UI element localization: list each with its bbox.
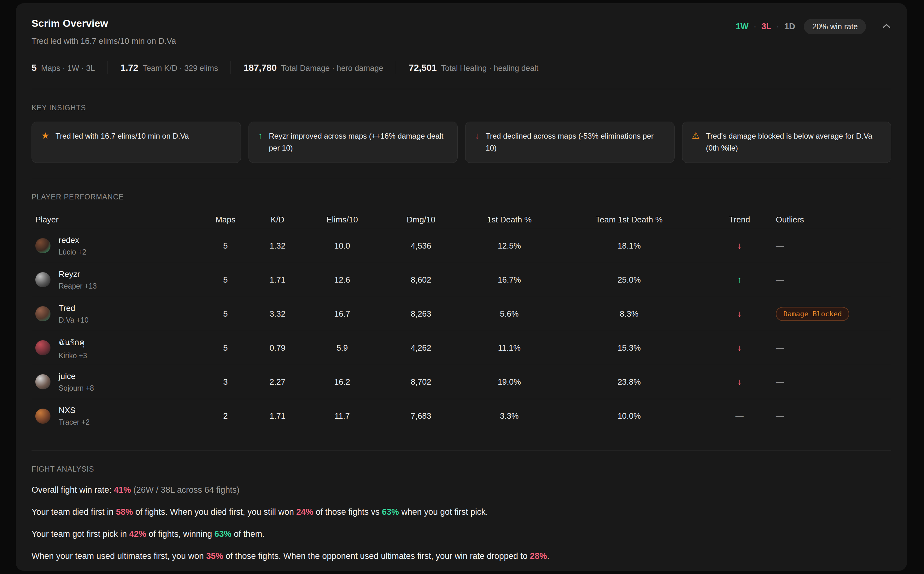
column-header: Team 1st Death % <box>555 215 703 225</box>
column-header: Dmg/10 <box>378 215 464 225</box>
trend-cell: — <box>703 411 776 421</box>
divider <box>32 89 891 89</box>
team-first-death-cell: 10.0% <box>555 411 703 421</box>
outlier-none-dash: — <box>776 377 784 386</box>
avatar <box>35 306 51 321</box>
kd-cell: 1.71 <box>249 275 306 285</box>
scrim-overview-panel: Scrim Overview Tred led with 16.7 elims/… <box>16 3 907 571</box>
elims-cell: 5.9 <box>306 343 378 353</box>
first-death-cell: 19.0% <box>464 377 555 387</box>
elims-cell: 16.2 <box>306 377 378 387</box>
elims-cell: 16.7 <box>306 309 378 319</box>
first-death-cell: 11.1% <box>464 343 555 353</box>
summary-stats-row: 5Maps · 1W · 3L1.72Team K/D · 329 elims1… <box>32 61 891 74</box>
page-title: Scrim Overview <box>32 17 176 29</box>
table-row[interactable]: TredD.Va +1053.3216.78,2635.6%8.3%↓Damag… <box>32 297 891 331</box>
table-row[interactable]: NXSTracer +221.7111.77,6833.3%10.0%—— <box>32 399 891 433</box>
analysis-text-segment: (26W / 38L across 64 fights) <box>131 485 239 495</box>
column-header: Outliers <box>776 215 891 225</box>
player-name-block: TredD.Va +10 <box>59 303 89 325</box>
fight-analysis-line: Overall fight win rate: 41% (26W / 38L a… <box>32 484 891 495</box>
player-heroes: Kiriko +3 <box>59 352 87 360</box>
trend-down-icon: ↓ <box>737 309 742 319</box>
player-heroes: Tracer +2 <box>59 418 90 427</box>
table-row[interactable]: redexLúcio +251.3210.04,53612.5%18.1%↓— <box>32 229 891 263</box>
team-first-death-cell: 8.3% <box>555 309 703 319</box>
record-draws: 1D <box>784 22 795 32</box>
chevron-up-icon <box>882 23 891 30</box>
player-name-block: juiceSojourn +8 <box>59 371 94 393</box>
outlier-cell: — <box>776 343 891 353</box>
trend-cell: ↓ <box>703 309 776 319</box>
column-header: 1st Death % <box>464 215 555 225</box>
stat-label: Total Healing · healing dealt <box>441 64 539 73</box>
dmg-cell: 8,263 <box>378 309 464 319</box>
kd-cell: 0.79 <box>249 343 306 353</box>
table-row[interactable]: ReyzrReaper +1351.7112.68,60216.7%25.0%↑… <box>32 263 891 297</box>
player-name-block: NXSTracer +2 <box>59 405 90 427</box>
trend-none-dash: — <box>736 411 744 421</box>
outlier-none-dash: — <box>776 343 784 353</box>
analysis-text-segment: of those fights vs <box>313 507 382 517</box>
kd-cell: 3.32 <box>249 309 306 319</box>
collapse-panel-button[interactable] <box>882 23 891 30</box>
insight-text: Tred led with 16.7 elims/10 min on D.Va <box>55 130 189 142</box>
team-first-death-cell: 23.8% <box>555 377 703 387</box>
trend-up-icon: ↑ <box>737 275 742 284</box>
player-cell: ReyzrReaper +13 <box>32 270 202 290</box>
outlier-none-dash: — <box>776 241 784 251</box>
outlier-cell: — <box>776 241 891 251</box>
table-row[interactable]: juiceSojourn +832.2716.28,70219.0%23.8%↓… <box>32 365 891 399</box>
outlier-cell: — <box>776 377 891 387</box>
stat-value: 187,780 <box>244 63 277 73</box>
column-header: Trend <box>703 215 776 225</box>
column-header: K/D <box>249 215 306 225</box>
trend-down-icon: ↓ <box>737 343 742 353</box>
player-heroes: D.Va +10 <box>59 316 89 325</box>
player-cell: ฉันรักคุKiriko +3 <box>32 336 202 360</box>
player-name: redex <box>59 235 86 245</box>
column-header: Maps <box>202 215 249 225</box>
analysis-text-segment: of them. <box>231 529 264 539</box>
player-cell: juiceSojourn +8 <box>32 371 202 393</box>
analysis-text-segment: Overall fight win rate: <box>32 485 114 495</box>
summary-stat: 1.72Team K/D · 329 elims <box>120 63 218 73</box>
elims-cell: 10.0 <box>306 241 378 251</box>
stat-divider <box>396 61 396 74</box>
insight-card: ⚠Tred's damage blocked is below average … <box>682 121 892 163</box>
warning-icon: ⚠ <box>692 130 700 142</box>
stat-divider <box>108 61 108 74</box>
first-death-cell: 3.3% <box>464 411 555 421</box>
key-insights-cards: ★Tred led with 16.7 elims/10 min on D.Va… <box>32 121 891 163</box>
column-header: Player <box>32 215 202 225</box>
analysis-text-segment: of fights, winning <box>146 529 214 539</box>
table-row[interactable]: ฉันรักคุKiriko +350.795.94,26211.1%15.3%… <box>32 331 891 365</box>
fight-analysis-line: Your team got first pick in 42% of fight… <box>32 529 891 540</box>
dmg-cell: 8,702 <box>378 377 464 387</box>
outlier-cell: — <box>776 411 891 421</box>
dmg-cell: 7,683 <box>378 411 464 421</box>
header-left: Scrim Overview Tred led with 16.7 elims/… <box>32 17 176 46</box>
player-performance-label: PLAYER PERFORMANCE <box>32 193 891 201</box>
first-death-cell: 12.5% <box>464 241 555 251</box>
trend-cell: ↓ <box>703 241 776 251</box>
player-name: Reyzr <box>59 270 97 279</box>
player-performance-table: PlayerMapsK/DElims/10Dmg/101st Death %Te… <box>32 211 891 433</box>
insight-text: Tred's damage blocked is below average f… <box>706 130 881 155</box>
analysis-text-segment: 28% <box>530 551 547 561</box>
outlier-none-dash: — <box>776 275 784 284</box>
outlier-cell: — <box>776 275 891 285</box>
trend-cell: ↑ <box>703 275 776 285</box>
table-body: redexLúcio +251.3210.04,53612.5%18.1%↓—R… <box>32 229 891 433</box>
avatar <box>35 374 51 390</box>
dmg-cell: 4,536 <box>378 241 464 251</box>
record-wins: 1W <box>736 22 749 32</box>
player-name: Tred <box>59 303 89 313</box>
insight-card: ★Tred led with 16.7 elims/10 min on D.Va <box>32 121 241 163</box>
player-name: juice <box>59 371 94 381</box>
avatar <box>35 272 51 287</box>
column-header: Elims/10 <box>306 215 378 225</box>
player-heroes: Sojourn +8 <box>59 384 94 393</box>
summary-stat: 5Maps · 1W · 3L <box>32 63 95 73</box>
fight-analysis-lines: Overall fight win rate: 41% (26W / 38L a… <box>32 484 891 562</box>
